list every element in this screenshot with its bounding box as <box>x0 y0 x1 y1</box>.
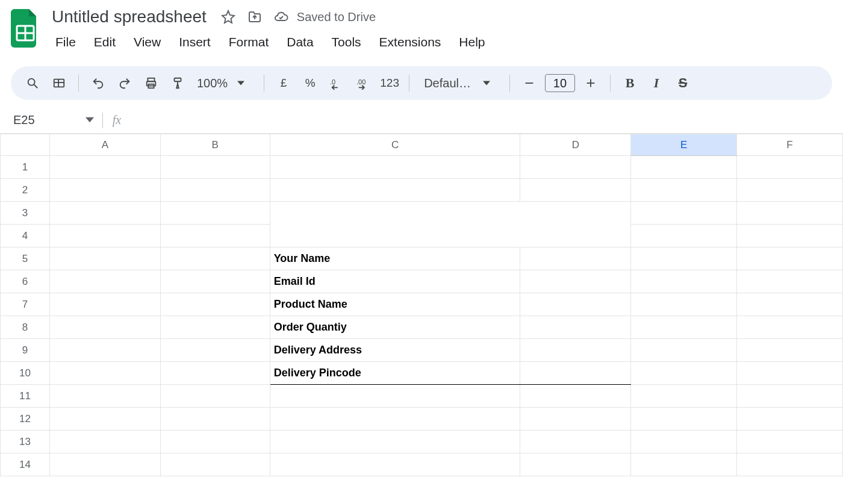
cell-E14[interactable] <box>631 453 737 476</box>
cell-B7[interactable] <box>160 293 270 316</box>
row-header[interactable]: 13 <box>1 431 50 453</box>
cell-B11[interactable] <box>160 385 270 408</box>
form-value-delivery-pincode[interactable] <box>520 362 631 385</box>
cloud-saved-icon[interactable] <box>273 8 290 25</box>
sheet-filter-icon[interactable] <box>48 72 70 94</box>
document-title[interactable]: Untitled spreadsheet <box>48 7 210 26</box>
cell-F8[interactable] <box>737 316 843 339</box>
cell-F3[interactable] <box>737 202 843 225</box>
percent-format-button[interactable]: % <box>299 72 321 94</box>
cell-F4[interactable] <box>737 225 843 247</box>
cell-B13[interactable] <box>160 431 270 453</box>
menu-edit[interactable]: Edit <box>87 33 123 52</box>
cell-B10[interactable] <box>160 362 270 385</box>
form-value-your-name[interactable] <box>520 247 631 270</box>
form-field-email-id[interactable]: Email Id <box>270 270 520 293</box>
form-field-product-name[interactable]: Product Name <box>270 293 520 316</box>
redo-icon[interactable] <box>114 72 135 94</box>
cell-F13[interactable] <box>737 431 843 453</box>
cell-A1[interactable] <box>49 156 160 179</box>
form-field-delivery-address[interactable]: Delivery Address <box>270 339 520 362</box>
row-header[interactable]: 12 <box>1 408 50 431</box>
cell-E4[interactable] <box>631 225 737 247</box>
zoom-select[interactable]: 100% <box>193 72 255 94</box>
strikethrough-button[interactable]: S <box>672 72 694 94</box>
cell-F14[interactable] <box>737 453 843 476</box>
row-header[interactable]: 4 <box>1 225 50 247</box>
cell-F2[interactable] <box>737 179 843 202</box>
cell-B3[interactable] <box>160 202 270 225</box>
cell-A9[interactable] <box>49 339 160 362</box>
cell-A5[interactable] <box>49 247 160 270</box>
cell-C13[interactable] <box>270 431 520 453</box>
row-header[interactable]: 11 <box>1 385 50 408</box>
column-header-F[interactable]: F <box>737 134 843 156</box>
cell-E9[interactable] <box>631 339 737 362</box>
increase-decimal-icon[interactable]: .00 <box>352 72 374 94</box>
cell-F5[interactable] <box>737 247 843 270</box>
cell-A14[interactable] <box>49 453 160 476</box>
menu-format[interactable]: Format <box>222 33 276 52</box>
increase-font-size-button[interactable] <box>580 72 602 94</box>
cell-E11[interactable] <box>631 385 737 408</box>
column-header-A[interactable]: A <box>49 134 160 156</box>
cell-D2[interactable] <box>520 179 631 202</box>
cell-A6[interactable] <box>49 270 160 293</box>
cell-C1[interactable] <box>270 156 520 179</box>
row-header[interactable]: 5 <box>1 247 50 270</box>
cell-E5[interactable] <box>631 247 737 270</box>
cell-A4[interactable] <box>49 225 160 247</box>
cell-F6[interactable] <box>737 270 843 293</box>
name-box[interactable]: E25 <box>0 113 102 127</box>
menu-insert[interactable]: Insert <box>172 33 218 52</box>
form-field-delivery-pincode[interactable]: Delivery Pincode <box>270 362 520 385</box>
cell-E1[interactable] <box>631 156 737 179</box>
cell-D12[interactable] <box>520 408 631 431</box>
cell-B14[interactable] <box>160 453 270 476</box>
menu-tools[interactable]: Tools <box>325 33 369 52</box>
cell-D1[interactable] <box>520 156 631 179</box>
spreadsheet-grid[interactable]: A B C D E F 1 2 3 Order Form 4 5 Your Na… <box>0 134 843 476</box>
cell-E2[interactable] <box>631 179 737 202</box>
form-value-order-quantity[interactable] <box>520 316 631 339</box>
cell-A12[interactable] <box>49 408 160 431</box>
cell-D14[interactable] <box>520 453 631 476</box>
cell-C12[interactable] <box>270 408 520 431</box>
row-header[interactable]: 6 <box>1 270 50 293</box>
row-header[interactable]: 9 <box>1 339 50 362</box>
decrease-font-size-button[interactable] <box>518 72 540 94</box>
cell-E12[interactable] <box>631 408 737 431</box>
menu-help[interactable]: Help <box>452 33 492 52</box>
row-header[interactable]: 2 <box>1 179 50 202</box>
cell-D11[interactable] <box>520 385 631 408</box>
font-size-input[interactable]: 10 <box>545 74 575 92</box>
row-header[interactable]: 1 <box>1 156 50 179</box>
cell-A8[interactable] <box>49 316 160 339</box>
form-value-delivery-address[interactable] <box>520 339 631 362</box>
more-formats-button[interactable]: 123 <box>379 72 400 94</box>
cell-F1[interactable] <box>737 156 843 179</box>
print-icon[interactable] <box>140 72 162 94</box>
sheets-logo[interactable] <box>10 7 41 49</box>
cell-B8[interactable] <box>160 316 270 339</box>
paint-format-icon[interactable] <box>167 72 188 94</box>
row-header[interactable]: 10 <box>1 362 50 385</box>
menu-file[interactable]: File <box>48 33 83 52</box>
cell-F7[interactable] <box>737 293 843 316</box>
menu-view[interactable]: View <box>126 33 168 52</box>
cell-B4[interactable] <box>160 225 270 247</box>
decrease-decimal-icon[interactable]: .0 <box>326 72 347 94</box>
cell-E8[interactable] <box>631 316 737 339</box>
column-header-E[interactable]: E <box>631 134 737 156</box>
cell-A3[interactable] <box>49 202 160 225</box>
select-all-corner[interactable] <box>1 134 50 156</box>
cell-F11[interactable] <box>737 385 843 408</box>
cell-A2[interactable] <box>49 179 160 202</box>
cell-C11[interactable] <box>270 385 520 408</box>
italic-button[interactable]: I <box>645 72 667 94</box>
form-value-product-name[interactable] <box>520 293 631 316</box>
undo-icon[interactable] <box>87 72 109 94</box>
cell-B2[interactable] <box>160 179 270 202</box>
cell-F9[interactable] <box>737 339 843 362</box>
form-field-order-quantity[interactable]: Order Quantiy <box>270 316 520 339</box>
